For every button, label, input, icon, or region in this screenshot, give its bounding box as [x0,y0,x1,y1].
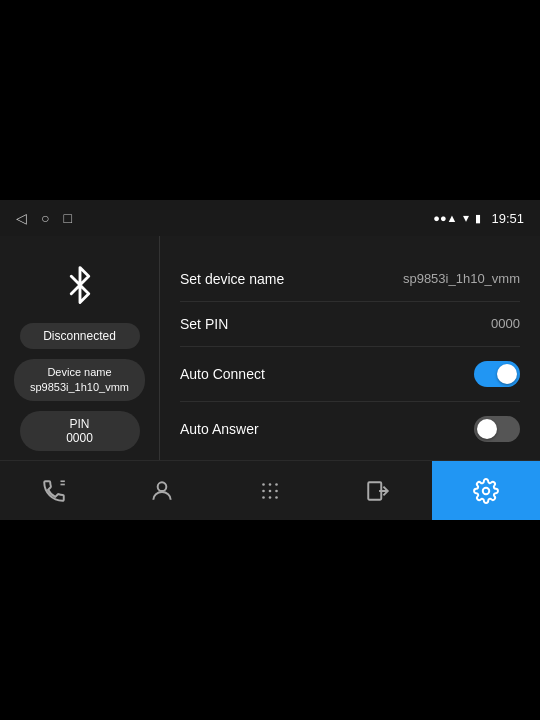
settings-icon [473,478,499,504]
svg-point-11 [275,496,278,499]
set-device-name-value: sp9853i_1h10_vmm [403,271,520,286]
back-nav-icon[interactable]: ◁ [16,210,27,226]
pin-label: PIN [69,417,89,431]
nav-buttons: ◁ ○ □ [16,210,72,226]
pin-pill[interactable]: PIN 0000 [20,411,140,451]
svg-point-4 [269,483,272,486]
auto-answer-knob [477,419,497,439]
svg-point-6 [262,489,265,492]
nav-item-settings[interactable] [432,461,540,520]
svg-point-14 [483,487,490,494]
auto-answer-row: Auto Answer [180,402,520,456]
svg-point-9 [262,496,265,499]
svg-point-10 [269,496,272,499]
device-name-label: Device name [47,366,111,378]
set-pin-label: Set PIN [180,316,228,332]
contacts-icon [149,478,175,504]
recent-nav-icon[interactable]: □ [63,210,71,226]
svg-point-3 [262,483,265,486]
nav-item-dialpad[interactable] [216,461,324,520]
svg-point-8 [275,489,278,492]
set-pin-row: Set PIN 0000 [180,302,520,347]
auto-connect-toggle[interactable] [474,361,520,387]
auto-connect-label: Auto Connect [180,366,265,382]
disconnected-label: Disconnected [43,329,116,343]
transfer-icon [365,478,391,504]
nav-item-transfer[interactable] [324,461,432,520]
home-nav-icon[interactable]: ○ [41,210,49,226]
bluetooth-icon [56,261,104,309]
set-pin-value: 0000 [491,316,520,331]
set-device-name-label: Set device name [180,271,284,287]
pin-value: 0000 [66,431,93,445]
auto-connect-knob [497,364,517,384]
disconnected-pill[interactable]: Disconnected [20,323,140,349]
right-panel: Set device name sp9853i_1h10_vmm Set PIN… [160,236,540,476]
phone-icon [41,478,67,504]
status-bar: ◁ ○ □ ●●▲ ▾ ▮ 19:51 [0,200,540,236]
time-display: 19:51 [491,211,524,226]
status-icons: ●●▲ ▾ ▮ 19:51 [433,211,524,226]
bottom-nav [0,460,540,520]
signal-icon: ●●▲ [433,212,457,224]
nav-item-phone[interactable] [0,461,108,520]
auto-answer-label: Auto Answer [180,421,259,437]
svg-point-5 [275,483,278,486]
wifi-icon: ▾ [463,211,469,225]
dialpad-icon [257,478,283,504]
bottom-area [0,520,540,720]
set-device-name-row: Set device name sp9853i_1h10_vmm [180,257,520,302]
nav-item-contacts[interactable] [108,461,216,520]
top-area [0,0,540,200]
battery-icon: ▮ [475,212,481,225]
auto-answer-toggle[interactable] [474,416,520,442]
left-panel: Disconnected Device name sp9853i_1h10_vm… [0,236,160,476]
main-content: Disconnected Device name sp9853i_1h10_vm… [0,236,540,476]
svg-point-7 [269,489,272,492]
svg-point-2 [158,482,167,491]
auto-connect-row: Auto Connect [180,347,520,402]
device-name-value: sp9853i_1h10_vmm [30,381,129,393]
device-name-pill[interactable]: Device name sp9853i_1h10_vmm [14,359,145,402]
